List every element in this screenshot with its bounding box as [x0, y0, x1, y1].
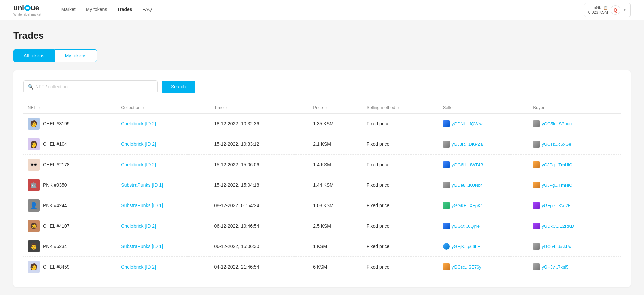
price-cell: 1.4 KSM [309, 155, 363, 175]
table-row: 🕶️ CHEL #2178 Chelobrick [ID 2]15-12-202… [23, 155, 621, 175]
buyer-cell[interactable]: yGCsz...c6xGe [529, 134, 621, 155]
time-cell: 06-12-2022, 19:46:54 [210, 216, 309, 236]
collection-cell[interactable]: SubstraPunks [ID 1] [117, 175, 210, 195]
seller-address[interactable]: yGG5t...6QjYe [452, 224, 480, 229]
nft-thumb: 👨 [28, 240, 40, 252]
sort-icon-collection: ↕ [143, 106, 145, 110]
nft-name: PNK #6234 [43, 244, 67, 249]
col-selling-method[interactable]: Selling method ↕ [363, 102, 439, 114]
seller-cell[interactable]: yGJ3R...DKPZa [439, 134, 529, 155]
time-cell: 08-12-2022, 01:54:24 [210, 195, 309, 216]
nft-thumb: 🕶️ [28, 159, 40, 171]
buyer-address[interactable]: yGG5k...S3uuu [542, 121, 572, 126]
seller-address[interactable]: yGDe8...KUNbf [452, 183, 482, 188]
buyer-cell[interactable]: yGJPg...TmHiC [529, 175, 621, 195]
col-collection[interactable]: Collection ↕ [117, 102, 210, 114]
seller-cell[interactable]: yGDNL...fQWiw [439, 114, 529, 134]
table-row: 🧔 CHEL #4107 Chelobrick [ID 2]06-12-2022… [23, 216, 621, 236]
nft-name: CHEL #3199 [43, 121, 70, 126]
collection-cell[interactable]: Chelobrick [ID 2] [117, 216, 210, 236]
seller-cell[interactable]: yGEjK...p66hE [439, 236, 529, 257]
collection-link[interactable]: Chelobrick [ID 2] [121, 141, 156, 147]
buyer-address[interactable]: yGJPg...TmHiC [542, 162, 572, 167]
table-row: 🧑 CHEL #3199 Chelobrick [ID 2]18-12-2022… [23, 114, 621, 134]
seller-cell[interactable]: yGCsc...SE76y [439, 257, 529, 277]
collection-link[interactable]: SubstraPunks [ID 1] [121, 182, 163, 188]
buyer-address[interactable]: yGCsz...c6xGe [542, 142, 571, 147]
header-right: 5Gb 📋 0.023 KSM Q ▼ [584, 3, 631, 17]
time-cell: 15-12-2022, 15:06:06 [210, 155, 309, 175]
col-nft[interactable]: NFT ↕ [23, 102, 117, 114]
buyer-cell[interactable]: yGHJv...7ksi5 [529, 257, 621, 277]
seller-address[interactable]: yGEjK...p66hE [452, 244, 480, 249]
nav-trades[interactable]: Trades [117, 7, 132, 13]
nav-faq[interactable]: FAQ [143, 7, 152, 13]
nft-name: CHEL #4107 [43, 223, 70, 229]
buyer-cell[interactable]: yGJPg...TmHiC [529, 155, 621, 175]
nav-market[interactable]: Market [61, 7, 76, 13]
buyer-icon [533, 223, 540, 229]
seller-cell[interactable]: yGGKF...XEpK1 [439, 195, 529, 216]
price-cell: 1 KSM [309, 236, 363, 257]
buyer-cell[interactable]: yGG5k...S3uuu [529, 114, 621, 134]
buyer-address[interactable]: yGCo4...bskPx [542, 244, 571, 249]
nft-thumb: 👩 [28, 138, 40, 150]
seller-icon [443, 120, 450, 127]
search-input[interactable] [23, 80, 158, 93]
collection-cell[interactable]: Chelobrick [ID 2] [117, 134, 210, 155]
search-button[interactable]: Search [162, 81, 195, 93]
collection-cell[interactable]: SubstraPunks [ID 1] [117, 236, 210, 257]
logo-subtitle: White label market [13, 13, 41, 16]
buyer-address[interactable]: yGFpe...KVj2F [542, 203, 570, 208]
seller-icon [443, 182, 450, 188]
buyer-address[interactable]: yGHJv...7ksi5 [542, 264, 568, 270]
collection-cell[interactable]: SubstraPunks [ID 1] [117, 195, 210, 216]
selling-method-cell: Fixed price [363, 216, 439, 236]
seller-address[interactable]: yGJ3R...DKPZa [452, 142, 483, 147]
seller-address[interactable]: yGDNL...fQWiw [452, 121, 483, 126]
collection-link[interactable]: SubstraPunks [ID 1] [121, 244, 163, 249]
main-nav: Market My tokens Trades FAQ [61, 7, 584, 13]
tabs: All tokens My tokens [13, 49, 631, 62]
nft-name: CHEL #8459 [43, 264, 70, 270]
collection-link[interactable]: Chelobrick [ID 2] [121, 223, 156, 229]
collection-link[interactable]: Chelobrick [ID 2] [121, 264, 156, 270]
tab-all-tokens[interactable]: All tokens [13, 49, 55, 62]
buyer-address[interactable]: yGDkC...E2RKD [542, 224, 574, 229]
seller-address[interactable]: yGCsc...SE76y [452, 264, 481, 270]
tab-my-tokens[interactable]: My tokens [55, 49, 97, 62]
page-title: Trades [13, 30, 631, 41]
price-cell: 1.08 KSM [309, 195, 363, 216]
buyer-cell[interactable]: yGDkC...E2RKD [529, 216, 621, 236]
collection-link[interactable]: Chelobrick [ID 2] [121, 162, 156, 167]
collection-link[interactable]: SubstraPunks [ID 1] [121, 203, 163, 208]
wallet-dropdown-icon[interactable]: ▼ [623, 8, 626, 12]
col-time[interactable]: Time ↕ [210, 102, 309, 114]
selling-method-cell: Fixed price [363, 114, 439, 134]
seller-cell[interactable]: yGG5t...6QjYe [439, 216, 529, 236]
nav-my-tokens[interactable]: My tokens [86, 7, 107, 13]
price-cell: 2.5 KSM [309, 216, 363, 236]
buyer-address[interactable]: yGJPg...TmHiC [542, 183, 572, 188]
wallet-box[interactable]: 5Gb 📋 0.023 KSM Q ▼ [584, 3, 631, 17]
nft-thumb: 👤 [28, 199, 40, 212]
wallet-ksm: 0.023 KSM [588, 10, 608, 15]
col-price[interactable]: Price ↕ [309, 102, 363, 114]
buyer-cell[interactable]: yGCo4...bskPx [529, 236, 621, 257]
sort-icon-nft: ↕ [38, 106, 40, 110]
buyer-cell[interactable]: yGFpe...KVj2F [529, 195, 621, 216]
search-icon: 🔍 [28, 84, 33, 90]
nft-name: CHEL #104 [43, 141, 67, 147]
buyer-icon [533, 141, 540, 148]
collection-cell[interactable]: Chelobrick [ID 2] [117, 155, 210, 175]
price-cell: 6 KSM [309, 257, 363, 277]
seller-address[interactable]: yGGKF...XEpK1 [452, 203, 483, 208]
collection-cell[interactable]: Chelobrick [ID 2] [117, 257, 210, 277]
seller-address[interactable]: yGG6H...fWT4B [452, 162, 483, 167]
collection-link[interactable]: Chelobrick [ID 2] [121, 121, 156, 126]
collection-cell[interactable]: Chelobrick [ID 2] [117, 114, 210, 134]
price-cell: 1.35 KSM [309, 114, 363, 134]
seller-cell[interactable]: yGDe8...KUNbf [439, 175, 529, 195]
seller-icon [443, 263, 450, 270]
seller-cell[interactable]: yGG6H...fWT4B [439, 155, 529, 175]
